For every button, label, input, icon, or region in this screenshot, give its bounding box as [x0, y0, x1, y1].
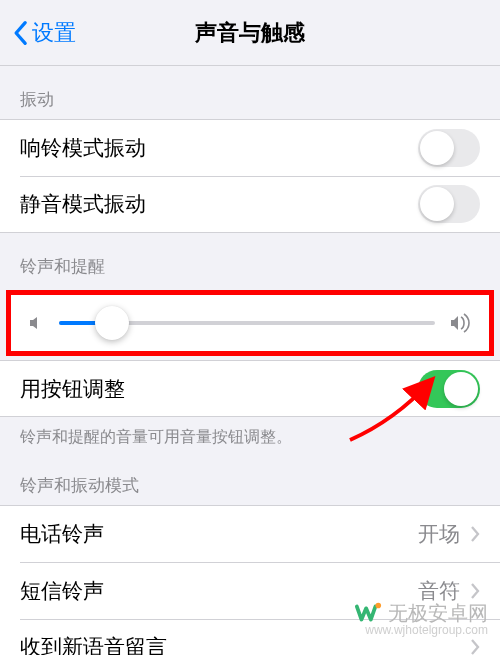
group-header-patterns: 铃声和振动模式: [0, 452, 500, 505]
navigation-bar: 设置 声音与触感: [0, 0, 500, 66]
row-label: 用按钮调整: [20, 375, 125, 403]
row-vibrate-on-ring[interactable]: 响铃模式振动: [0, 119, 500, 176]
volume-slider-row: [6, 290, 494, 356]
chevron-right-icon: [470, 638, 480, 655]
chevron-right-icon: [470, 582, 480, 600]
row-ringtone[interactable]: 电话铃声 开场: [0, 505, 500, 562]
svg-point-0: [375, 603, 381, 609]
footnote-ringer: 铃声和提醒的音量可用音量按钮调整。: [0, 417, 500, 452]
switch-vibrate-on-ring[interactable]: [418, 129, 480, 167]
watermark-url: www.wjhotelgroup.com: [365, 623, 488, 637]
switch-change-with-buttons[interactable]: [418, 370, 480, 408]
row-label: 静音模式振动: [20, 190, 146, 218]
row-vibrate-on-silent[interactable]: 静音模式振动: [0, 176, 500, 233]
row-change-with-buttons[interactable]: 用按钮调整: [0, 360, 500, 417]
row-label: 短信铃声: [20, 577, 104, 605]
group-header-vibration: 振动: [0, 66, 500, 119]
volume-low-icon: [27, 314, 45, 332]
group-header-ringer: 铃声和提醒: [0, 233, 500, 286]
volume-high-icon: [449, 313, 473, 333]
watermark: 无极安卓网 www.wjhotelgroup.com: [354, 599, 488, 627]
back-button[interactable]: 设置: [12, 18, 76, 48]
slider-thumb[interactable]: [95, 306, 129, 340]
switch-vibrate-on-silent[interactable]: [418, 185, 480, 223]
row-value: 开场: [418, 520, 460, 548]
back-label: 设置: [32, 18, 76, 48]
chevron-left-icon: [12, 20, 28, 46]
row-label: 响铃模式振动: [20, 134, 146, 162]
row-label: 电话铃声: [20, 520, 104, 548]
volume-slider-highlight: [0, 286, 500, 360]
chevron-right-icon: [470, 525, 480, 543]
volume-slider[interactable]: [59, 321, 435, 325]
row-label: 收到新语音留言: [20, 633, 167, 655]
